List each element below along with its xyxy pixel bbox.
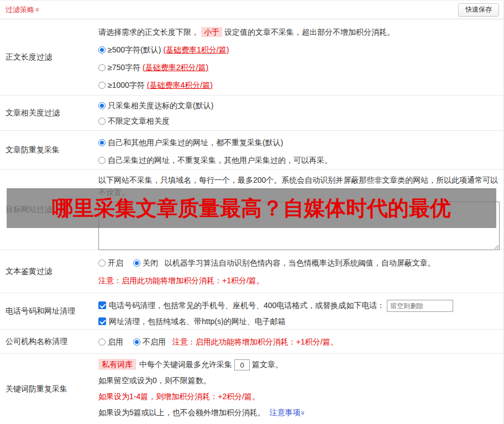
row-company-cleanup: 公司机构名称清理 启用 不启用 注意：启用此功能将增加积分消耗：+1积分/篇。 xyxy=(0,330,503,354)
quick-save-button[interactable]: 快速保存 xyxy=(458,3,499,17)
row-label-porn-filter: 文本鉴黄过滤 xyxy=(0,250,94,293)
row-porn-filter: 文本鉴黄过滤 开启 关闭 以机器学习算法自动识别色情内容，当色情概率达到系统阈值… xyxy=(0,250,503,293)
keyword-dedup-line2: 如果留空或设为0，则不限篇数。 xyxy=(98,374,500,386)
length-intro: 请选择需求的正文长度下限，小于设定值的文章不采集，超出部分不增加积分消耗。 xyxy=(98,26,500,38)
dedup-option-self-only: 自己采集过的网址，不重复采集，其他用户采集过的，可以再采。 xyxy=(98,154,500,166)
length-option-500: ≥500字符(默认)(基础费率1积分/篇) xyxy=(98,44,500,56)
checkbox-url-cleanup[interactable] xyxy=(98,317,106,325)
filter-strategy-title-wrap: 过滤策略 » xyxy=(6,5,40,15)
page-title: 过滤策略 xyxy=(6,5,34,15)
private-lexicon-badge: 私有词库 xyxy=(98,359,136,370)
notes-chevron-icon[interactable]: » xyxy=(296,411,308,415)
keyword-dedup-line4: 如果设为5篇或以上，也不会额外增加积分消耗。注意事项» xyxy=(98,406,500,419)
collapse-chevron-icon[interactable]: » xyxy=(34,8,41,12)
porn-filter-note: 注意：启用此功能将增加积分消耗：+1积分/篇。 xyxy=(98,274,500,287)
length-intro-after: 设定值的文章不采集，超出部分不增加积分消耗。 xyxy=(224,28,395,36)
radio-length-750[interactable] xyxy=(98,64,106,71)
relevance-option-any: 不限定文章相关度 xyxy=(98,115,500,127)
watermark-banner: 哪里采集文章质量最高？自媒体时代的最优 xyxy=(7,188,496,228)
dedup-option-all-users: 自己和其他用户采集过的网址，都不重复采集(默认) xyxy=(98,136,500,149)
row-keyword-dedup: 关键词防重复采集 私有词库中每个关键词最多允许采集篇文章。 如果留空或设为0，则… xyxy=(0,354,503,424)
row-label-dedup: 文章防重复采集 xyxy=(0,131,94,169)
phone-replacement-input[interactable] xyxy=(387,300,453,312)
porn-on-label: 开启 xyxy=(108,258,123,267)
row-label-length: 正文长度过滤 xyxy=(0,19,94,95)
relevance-option-strict-label: 只采集相关度达标的文章(默认) xyxy=(108,101,213,110)
length-option-1000: ≥1000字符(基础费率4积分/篇) xyxy=(98,79,500,91)
page-header: 过滤策略 » 快速保存 xyxy=(0,1,503,19)
row-label-phone-url: 电话号码和网址清理 xyxy=(0,293,94,329)
length-option-1000-label: ≥1000字符 xyxy=(108,81,145,89)
row-label-relevance: 文章相关度过滤 xyxy=(0,96,94,130)
dedup-option-all-users-label: 自己和其他用户采集过的网址，都不重复采集(默认) xyxy=(108,138,283,147)
radio-relevance-strict[interactable] xyxy=(98,102,106,109)
radio-company-disable[interactable] xyxy=(133,338,140,346)
row-label-keyword-dedup: 关键词防重复采集 xyxy=(0,354,94,424)
company-disable-label: 不启用 xyxy=(143,337,166,346)
length-intro-highlight: 小于 xyxy=(201,27,222,37)
length-intro-before: 请选择需求的正文长度下限， xyxy=(98,28,199,36)
url-cleanup-label: 网址清理，包括纯域名、带http(s)的网址、电子邮箱 xyxy=(109,317,286,326)
keyword-dedup-line4-text: 如果设为5篇或以上，也不会额外增加积分消耗。 xyxy=(98,408,265,417)
company-enable-label: 启用 xyxy=(108,337,123,346)
radio-relevance-any[interactable] xyxy=(98,118,106,125)
notes-link[interactable]: 注意事项 xyxy=(270,408,301,417)
row-phone-url-cleanup: 电话号码和网址清理 电话号码清理，包括常见的手机号、座机号、400电话格式，或替… xyxy=(0,293,503,330)
radio-length-500[interactable] xyxy=(98,46,106,54)
keyword-dedup-line1: 私有词库中每个关键词最多允许采集篇文章。 xyxy=(98,358,500,370)
keyword-max-count-input[interactable] xyxy=(234,359,250,370)
relevance-option-any-label: 不限定文章相关度 xyxy=(108,116,170,125)
phone-cleanup-label: 电话号码清理，包括常见的手机号、座机号、400电话格式，或替换成如下电话： xyxy=(109,301,385,310)
length-option-750: ≥750字符(基础费率2积分/篇) xyxy=(98,61,500,73)
radio-company-enable[interactable] xyxy=(98,338,106,346)
porn-off-label: 关闭 xyxy=(143,258,158,267)
rate-link-1000[interactable]: (基础费率4积分/篇) xyxy=(147,81,213,89)
dedup-option-self-only-label: 自己采集过的网址，不重复采集，其他用户采集过的，可以再采。 xyxy=(108,156,332,165)
row-length-filter: 正文长度过滤 请选择需求的正文长度下限，小于设定值的文章不采集，超出部分不增加积… xyxy=(0,19,503,96)
checkbox-phone-cleanup[interactable] xyxy=(98,301,106,309)
row-label-company: 公司机构名称清理 xyxy=(0,330,94,353)
porn-filter-options: 开启 关闭 以机器学习算法自动识别色情内容，当色情概率达到系统阈值，自动屏蔽文章… xyxy=(98,257,500,269)
row-relevance-filter: 文章相关度过滤 只采集相关度达标的文章(默认) 不限定文章相关度 xyxy=(0,96,503,131)
length-option-500-label: ≥500字符(默认) xyxy=(108,45,161,54)
company-cleanup-options: 启用 不启用 注意：启用此功能将增加积分消耗：+1积分/篇。 xyxy=(98,335,500,348)
radio-length-1000[interactable] xyxy=(98,82,106,89)
rate-link-750[interactable]: (基础费率2积分/篇) xyxy=(143,63,208,72)
keyword-dedup-line1-end: 篇文章。 xyxy=(252,360,283,369)
row-dedup-filter: 文章防重复采集 自己和其他用户采集过的网址，都不重复采集(默认) 自己采集过的网… xyxy=(0,131,503,169)
relevance-option-strict: 只采集相关度达标的文章(默认) xyxy=(98,99,500,112)
keyword-dedup-line1-mid: 中每个关键词最多允许采集 xyxy=(139,360,232,369)
rate-link-500[interactable]: (基础费率1积分/篇) xyxy=(163,45,229,54)
radio-porn-off[interactable] xyxy=(133,259,140,267)
keyword-dedup-line3: 如果设为1-4篇，则增加积分消耗：+2积分/篇。 xyxy=(98,390,500,402)
company-cleanup-note: 注意：启用此功能将增加积分消耗：+1积分/篇。 xyxy=(172,337,338,346)
radio-dedup-self-only[interactable] xyxy=(98,157,106,164)
length-option-750-label: ≥750字符 xyxy=(108,63,140,72)
radio-dedup-all-users[interactable] xyxy=(98,139,106,146)
radio-porn-on[interactable] xyxy=(98,259,106,267)
phone-cleanup-line: 电话号码清理，包括常见的手机号、座机号、400电话格式，或替换成如下电话： xyxy=(98,299,500,312)
porn-filter-desc: 以机器学习算法自动识别色情内容，当色情概率达到系统阈值，自动屏蔽文章。 xyxy=(165,258,435,267)
url-cleanup-line: 网址清理，包括纯域名、带http(s)的网址、电子邮箱 xyxy=(98,315,500,328)
